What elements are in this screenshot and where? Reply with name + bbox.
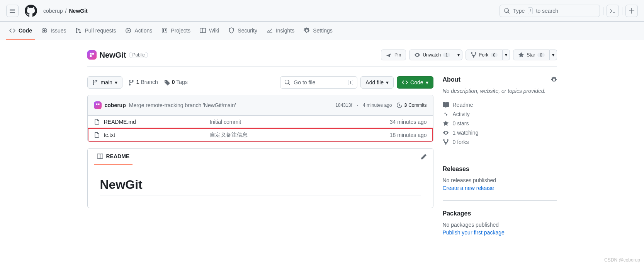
tab-security[interactable]: Security: [225, 22, 260, 40]
releases-title: Releases: [443, 166, 469, 173]
unwatch-caret[interactable]: ▾: [455, 50, 462, 60]
play-icon: [125, 27, 131, 34]
goto-placeholder: Go to file: [294, 79, 315, 85]
tags-count: 0: [172, 79, 175, 85]
tab-insights-label: Insights: [276, 27, 294, 34]
star-icon: [518, 52, 524, 58]
goto-kbd: t: [348, 80, 353, 85]
file-commit-message[interactable]: Initial commit: [210, 119, 241, 125]
github-mark-icon: [25, 5, 37, 17]
file-row[interactable]: tc.txt 自定义备注信息 18 minutes ago: [88, 128, 433, 142]
branches-label: Branch: [141, 79, 158, 85]
branch-selector[interactable]: main ▾: [87, 76, 122, 89]
repo-header: NewGit Public Pin Unwatch 1 ▾ Fork: [87, 50, 557, 67]
publish-package-link[interactable]: Publish your first package: [443, 229, 505, 236]
breadcrumb-repo[interactable]: NewGit: [69, 8, 87, 14]
file-name[interactable]: README.md: [104, 119, 136, 125]
github-logo[interactable]: [25, 5, 37, 17]
file-row[interactable]: README.md Initial commit 34 minutes ago: [88, 116, 433, 128]
readme-heading: NewGit: [100, 178, 421, 195]
svg-rect-1: [92, 53, 93, 55]
file-list-box: coberup Merge remote-tracking branch 'Ne…: [87, 95, 433, 142]
packages-empty: No packages published: [443, 222, 557, 228]
tags-link[interactable]: 0 Tags: [164, 79, 188, 85]
hamburger-menu-button[interactable]: [6, 5, 19, 17]
tags-label: Tags: [176, 79, 188, 85]
branch-bar: main ▾ 1 Branch 0 Tags: [87, 76, 433, 89]
pin-icon: [386, 52, 392, 58]
sidebar: About No description, website, or topics…: [443, 76, 557, 254]
readme-tab[interactable]: README: [94, 149, 133, 165]
commits-count: 3: [404, 103, 407, 108]
file-name[interactable]: tc.txt: [104, 132, 116, 138]
pin-button[interactable]: Pin: [381, 50, 406, 60]
search-input[interactable]: Type / to search: [500, 5, 600, 17]
activity-link[interactable]: Activity: [443, 109, 557, 119]
readme-link-label: Readme: [453, 102, 473, 108]
activity-link-label: Activity: [453, 111, 470, 117]
unwatch-button[interactable]: Unwatch 1: [409, 50, 455, 60]
code-button[interactable]: Code ▾: [397, 76, 433, 89]
search-icon: [284, 79, 291, 85]
tab-pulls[interactable]: Pull requests: [72, 22, 119, 40]
project-icon: [161, 27, 168, 34]
branches-link[interactable]: 1 Branch: [129, 79, 158, 85]
tab-code[interactable]: Code: [6, 22, 35, 40]
gear-icon: [551, 77, 557, 83]
commit-separator: ·: [357, 103, 358, 108]
fork-icon: [471, 52, 477, 58]
watching-link[interactable]: 1 watching: [443, 128, 557, 137]
author-avatar: [94, 101, 102, 109]
goto-file-input[interactable]: Go to file t: [280, 76, 357, 89]
commit-time: 4 minutes ago: [363, 103, 392, 108]
commits-label: Commits: [408, 103, 427, 108]
tab-wiki[interactable]: Wiki: [197, 22, 222, 40]
tab-projects[interactable]: Projects: [158, 22, 194, 40]
pencil-icon: [421, 154, 427, 160]
tab-actions-label: Actions: [134, 27, 152, 34]
star-button[interactable]: Star 0: [513, 50, 549, 60]
watching-link-label: 1 watching: [453, 130, 479, 136]
fork-icon: [443, 139, 449, 145]
tab-issues-label: Issues: [51, 27, 66, 34]
readme-link[interactable]: Readme: [443, 100, 557, 109]
chevron-down-icon: ▾: [115, 79, 117, 85]
star-caret[interactable]: ▾: [550, 50, 557, 60]
chevron-down-icon: ▾: [386, 79, 389, 85]
command-palette-button[interactable]: [607, 5, 619, 17]
readme-tab-label: README: [106, 153, 130, 159]
commit-author[interactable]: coberup: [105, 102, 126, 108]
tab-insights[interactable]: Insights: [263, 22, 297, 40]
top-header: coberup / NewGit Type / to search: [0, 0, 644, 22]
commit-message[interactable]: Merge remote-tracking branch 'NewGit/mai…: [129, 102, 236, 108]
avatar-icon: [95, 103, 100, 108]
git-branch-icon: [92, 79, 99, 85]
forks-link[interactable]: 0 forks: [443, 137, 557, 147]
search-icon: [504, 8, 510, 14]
stars-link[interactable]: 0 stars: [443, 119, 557, 128]
releases-empty: No releases published: [443, 177, 557, 183]
add-file-label: Add file: [365, 79, 384, 85]
divider: [603, 7, 603, 15]
file-time: 18 minutes ago: [390, 132, 427, 138]
tab-issues[interactable]: Issues: [38, 22, 69, 40]
about-settings-button[interactable]: [551, 77, 557, 83]
breadcrumb-owner[interactable]: coberup: [43, 8, 63, 14]
tab-settings[interactable]: Settings: [301, 22, 336, 40]
star-icon: [443, 120, 449, 127]
about-description: No description, website, or topics provi…: [443, 88, 557, 94]
create-release-link[interactable]: Create a new release: [443, 185, 494, 191]
about-title: About: [443, 76, 460, 83]
file-commit-message[interactable]: 自定义备注信息: [210, 132, 248, 138]
commits-link[interactable]: 3 Commits: [396, 102, 427, 108]
branches-count: 1: [136, 79, 139, 85]
edit-readme-button[interactable]: [421, 154, 427, 160]
repo-avatar: [87, 50, 97, 60]
create-new-button[interactable]: [625, 5, 638, 17]
add-file-button[interactable]: Add file ▾: [360, 76, 394, 89]
divider: [622, 7, 622, 15]
fork-caret[interactable]: ▾: [503, 50, 510, 60]
tab-actions[interactable]: Actions: [122, 22, 155, 40]
commit-sha[interactable]: 184313f: [335, 103, 352, 108]
fork-button[interactable]: Fork 0: [466, 50, 503, 60]
